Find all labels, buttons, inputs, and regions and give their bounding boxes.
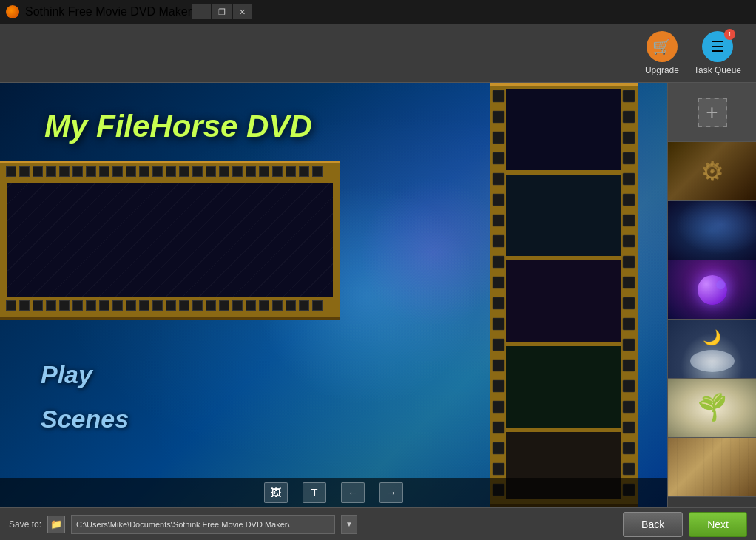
- folder-icon-button[interactable]: 📁: [47, 516, 65, 533]
- app-icon: [6, 5, 19, 18]
- image-tool-button[interactable]: 🖼: [264, 482, 288, 503]
- content-area: My FileHorse DVD: [0, 83, 756, 507]
- dropdown-arrow-icon: ▼: [345, 520, 353, 528]
- app-title: Sothink Free Movie DVD Maker: [25, 5, 192, 18]
- image-icon: 🖼: [271, 487, 281, 499]
- taskqueue-icon: ☰ 1: [702, 31, 733, 62]
- taskqueue-button[interactable]: ☰ 1 Task Queue: [694, 31, 741, 75]
- next-button[interactable]: Next: [689, 512, 747, 537]
- upgrade-label: Upgrade: [645, 65, 679, 75]
- preview-scenes-label: Scenes: [41, 405, 129, 433]
- theme-thumb-space[interactable]: [668, 201, 756, 260]
- text-tool-button[interactable]: T: [303, 482, 326, 503]
- maximize-button[interactable]: ❐: [212, 4, 232, 19]
- save-path-input[interactable]: [71, 515, 335, 534]
- close-button[interactable]: ✕: [233, 4, 252, 19]
- text-icon: T: [311, 487, 318, 499]
- theme-thumb-moon[interactable]: [668, 320, 756, 379]
- film-strip-left: Open File - Security Warning ✕ Do you wa…: [0, 161, 340, 320]
- upgrade-icon: 🛒: [647, 31, 678, 62]
- folder-icon: 📁: [50, 519, 62, 530]
- taskqueue-badge: 1: [724, 29, 735, 40]
- bottom-bar: Save to: 📁 ▼ Back Next: [0, 507, 756, 540]
- back-arrow-button[interactable]: ←: [341, 482, 365, 503]
- add-theme-button[interactable]: +: [668, 83, 756, 142]
- titlebar: Sothink Free Movie DVD Maker — ❐ ✕: [0, 0, 756, 24]
- theme-thumb-nature[interactable]: 🌱: [668, 379, 756, 438]
- theme-panel: + ⚙ 🌱: [667, 83, 756, 507]
- preview-title: My FileHorse DVD: [44, 109, 312, 144]
- minimize-button[interactable]: —: [192, 4, 211, 19]
- preview-toolbar: 🖼 T ← →: [0, 478, 667, 507]
- save-to-label: Save to:: [9, 519, 41, 530]
- preview-area: My FileHorse DVD: [0, 83, 667, 507]
- forward-arrow-button[interactable]: →: [379, 482, 403, 503]
- main-toolbar: 🛒 Upgrade ☰ 1 Task Queue: [0, 24, 756, 83]
- back-arrow-icon: ←: [348, 487, 358, 499]
- upgrade-button[interactable]: 🛒 Upgrade: [645, 31, 679, 75]
- theme-thumb-gears[interactable]: ⚙: [668, 142, 756, 201]
- add-icon: +: [698, 98, 727, 127]
- save-path-dropdown[interactable]: ▼: [341, 515, 357, 534]
- forward-arrow-icon: →: [386, 487, 396, 499]
- theme-thumb-orbit[interactable]: [668, 260, 756, 320]
- preview-play-label: Play: [41, 360, 92, 389]
- theme-thumb-wood[interactable]: [668, 438, 756, 497]
- window-controls: — ❐ ✕: [192, 4, 252, 19]
- back-button[interactable]: Back: [623, 512, 683, 537]
- taskqueue-label: Task Queue: [694, 65, 741, 75]
